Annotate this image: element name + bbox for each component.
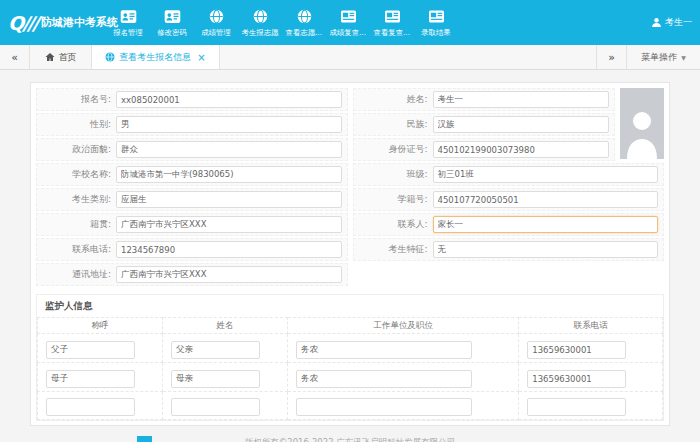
guardian2-work-input[interactable]: [296, 370, 472, 388]
field-label: 考生特征:: [354, 243, 428, 256]
menu-item-apply-preference[interactable]: 考生报志愿: [238, 0, 282, 45]
menu-item-label: 考生报志愿: [242, 27, 279, 37]
contact-phone-input[interactable]: [116, 241, 342, 258]
form-right-top: 姓名: 民族: 身份证号:: [353, 88, 665, 163]
ethnicity-input[interactable]: [433, 116, 610, 133]
candidate-category-input[interactable]: [116, 191, 342, 208]
tab-home-label: 首页: [59, 51, 77, 64]
school-name-input[interactable]: [116, 166, 342, 183]
field-label: 政治面貌:: [37, 143, 111, 156]
field-student-number: 学籍号:: [353, 188, 665, 211]
tabs-scroll-right-button[interactable]: »: [596, 45, 626, 69]
menu-operations-dropdown[interactable]: 菜单操作 ▼: [626, 45, 700, 69]
name-input[interactable]: [433, 91, 610, 108]
user-icon: [651, 17, 662, 28]
field-registration-number: 报名号:: [36, 88, 348, 111]
menu-item-label: 修改密码: [157, 27, 186, 37]
guardian-table: 称呼 姓名 工作单位及职位 联系电话: [37, 317, 663, 420]
menu-item-score-management[interactable]: 成绩管理: [194, 0, 238, 45]
tabs-scroll-left-button[interactable]: «: [0, 45, 30, 69]
news-icon: [384, 9, 401, 24]
guardian3-name-input[interactable]: [171, 398, 260, 416]
guardian1-work-input[interactable]: [296, 341, 472, 359]
menu-item-view-recheck[interactable]: 查看复查...: [370, 0, 414, 45]
field-contact-phone: 联系电话:: [36, 238, 348, 261]
menu-item-admission-result[interactable]: 录取结果: [414, 0, 458, 45]
guardian1-phone-input[interactable]: [527, 341, 626, 359]
field-label: 民族:: [354, 118, 428, 131]
field-label: 联系电话:: [37, 243, 111, 256]
student-number-input[interactable]: [433, 191, 659, 208]
menu-item-change-password[interactable]: 修改密码: [150, 0, 194, 45]
guardian1-name-input[interactable]: [171, 341, 260, 359]
guardian1-title-input[interactable]: [46, 341, 135, 359]
field-native-place: 籍贯:: [36, 213, 348, 236]
footer-accent-bar: [137, 436, 152, 442]
field-school-name: 学校名称:: [36, 163, 348, 186]
id-card-icon: [164, 9, 181, 24]
field-label: 姓名:: [354, 93, 428, 106]
menu-item-label: 成绩管理: [201, 27, 230, 37]
menu-item-registration[interactable]: 报名管理: [106, 0, 150, 45]
guardian3-phone-input[interactable]: [527, 398, 626, 416]
field-political-status: 政治面貌:: [36, 138, 348, 161]
app-header: Q/// 防城港中考系统 报名管理 修改密码 成绩管理 考生报志愿 查看志愿..…: [0, 0, 700, 45]
gender-input[interactable]: [116, 116, 342, 133]
guardian-header-row: 称呼 姓名 工作单位及职位 联系电话: [38, 318, 663, 334]
field-contact-person: 联系人:: [353, 213, 665, 236]
candidate-form: 报名号: 性别: 政治面貌: 学校名称: 考生类别:: [36, 88, 664, 288]
form-left-column: 报名号: 性别: 政治面貌: 学校名称: 考生类别:: [36, 88, 348, 288]
tab-close-icon[interactable]: ×: [197, 52, 205, 63]
main-content: 报名号: 性别: 政治面貌: 学校名称: 考生类别:: [0, 70, 700, 442]
registration-number-input[interactable]: [116, 91, 342, 108]
guardian2-phone-input[interactable]: [527, 370, 626, 388]
guardian-col-phone: 联系电话: [519, 318, 663, 334]
guardian-section-title: 监护人信息: [37, 295, 663, 317]
menu-item-score-recheck[interactable]: 成绩复查...: [326, 0, 370, 45]
copyright-footer: 版权所有©2016-2022 广东讯飞启明科技发展有限公司: [30, 437, 670, 442]
user-menu[interactable]: 考生一: [651, 0, 692, 45]
menu-item-view-preference[interactable]: 查看志愿...: [282, 0, 326, 45]
field-id-number: 身份证号:: [353, 138, 616, 161]
tab-view-candidate-info[interactable]: 查看考生报名信息 ×: [92, 45, 220, 69]
id-card-icon: [120, 9, 137, 24]
political-status-input[interactable]: [116, 141, 342, 158]
guardian-col-work: 工作单位及职位: [288, 318, 519, 334]
guardian-row: [38, 392, 663, 420]
id-number-input[interactable]: [433, 141, 610, 158]
tab-active-label: 查看考生报名信息: [119, 51, 191, 64]
field-label: 通讯地址:: [37, 268, 111, 281]
field-label: 学校名称:: [37, 168, 111, 181]
class-input[interactable]: [433, 166, 659, 183]
menu-operations-label: 菜单操作: [641, 51, 677, 64]
guardian3-title-input[interactable]: [46, 398, 135, 416]
menu-item-label: 录取结果: [421, 27, 450, 37]
field-label: 学籍号:: [354, 193, 428, 206]
tabbar-spacer: [220, 45, 596, 69]
main-menu: 报名管理 修改密码 成绩管理 考生报志愿 查看志愿... 成绩复查... 查看复…: [106, 0, 458, 45]
guardian2-name-input[interactable]: [171, 370, 260, 388]
avatar-silhouette-icon: [625, 107, 659, 159]
guardian2-title-input[interactable]: [46, 370, 135, 388]
field-label: 身份证号:: [354, 143, 428, 156]
menu-item-label: 成绩复查...: [330, 27, 366, 37]
contact-person-input[interactable]: [433, 216, 659, 233]
globe-icon: [296, 9, 313, 24]
field-candidate-category: 考生类别:: [36, 188, 348, 211]
field-label: 性别:: [37, 118, 111, 131]
guardian-col-title: 称呼: [38, 318, 163, 334]
field-name: 姓名:: [353, 88, 616, 111]
mailing-address-input[interactable]: [116, 266, 342, 283]
guardian-info-section: 监护人信息 称呼 姓名 工作单位及职位 联系电话: [36, 294, 664, 421]
guardian3-work-input[interactable]: [296, 398, 472, 416]
field-label: 班级:: [354, 168, 428, 181]
form-right-column: 姓名: 民族: 身份证号:: [353, 88, 665, 288]
native-place-input[interactable]: [116, 216, 342, 233]
home-icon: [45, 52, 55, 62]
field-candidate-traits: 考生特征:: [353, 238, 665, 261]
field-label: 联系人:: [354, 218, 428, 231]
candidate-traits-input[interactable]: [433, 241, 659, 258]
form-right-top-fields: 姓名: 民族: 身份证号:: [353, 88, 616, 163]
tab-home[interactable]: 首页: [30, 45, 92, 69]
news-icon: [340, 9, 357, 24]
